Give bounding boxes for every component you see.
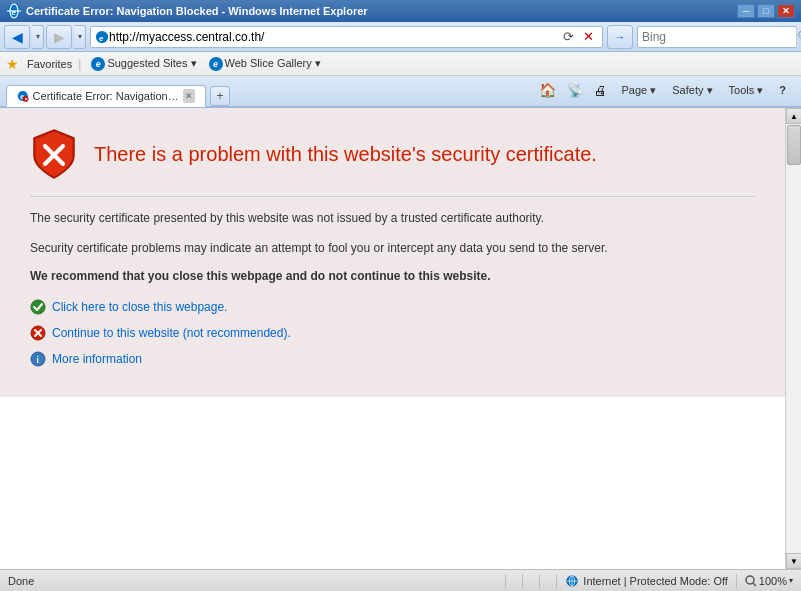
suggested-sites-button[interactable]: e Suggested Sites ▾ — [87, 56, 200, 72]
home-button[interactable]: 🏠 — [535, 78, 561, 102]
safety-button[interactable]: Safety ▾ — [665, 81, 719, 100]
address-bar: e ⟳ ✕ — [90, 26, 603, 48]
content-wrapper: There is a problem with this website's s… — [0, 108, 801, 569]
ie-title-icon: e — [6, 3, 22, 19]
tab-toolbar-row: e ✕ Certificate Error: Navigation Blocke… — [0, 76, 801, 108]
tab-close-button[interactable]: ✕ — [183, 89, 195, 103]
zone-text: Internet | Protected Mode: Off — [583, 575, 728, 587]
web-slice-gallery-button[interactable]: e Web Slice Gallery ▾ — [205, 56, 325, 72]
scroll-thumb[interactable] — [787, 125, 801, 165]
svg-point-22 — [746, 576, 754, 584]
status-div1 — [505, 574, 506, 588]
scrollbar-right: ▲ ▼ — [785, 108, 801, 569]
svg-text:✕: ✕ — [24, 96, 28, 102]
main-wrapper: ◀ ▾ ▶ ▾ e ⟳ ✕ → 🔍 ▾ ★ Favorites | e — [0, 22, 801, 591]
more-info-link[interactable]: i More information — [30, 351, 755, 367]
svg-line-23 — [753, 583, 756, 586]
scroll-up-button[interactable]: ▲ — [786, 108, 801, 124]
feeds-button[interactable]: 📡 — [563, 78, 587, 102]
web-slice-label: Web Slice Gallery ▾ — [225, 57, 321, 70]
scroll-track[interactable] — [786, 124, 801, 553]
error-header: There is a problem with this website's s… — [30, 128, 755, 180]
tab-cert-error[interactable]: e ✕ Certificate Error: Navigation Blocke… — [6, 85, 206, 107]
status-text: Done — [0, 575, 505, 587]
divider-1 — [30, 196, 755, 197]
red-x-small-icon — [30, 325, 46, 341]
new-tab-button[interactable]: + — [210, 86, 230, 106]
zoom-icon — [745, 575, 757, 587]
internet-zone-icon — [565, 574, 579, 588]
minimize-button[interactable]: ─ — [737, 4, 755, 18]
address-input[interactable] — [109, 30, 558, 44]
green-check-icon — [30, 299, 46, 315]
error-para2: Security certificate problems may indica… — [30, 239, 755, 257]
address-refresh-button[interactable]: ⟳ — [558, 27, 578, 47]
status-zone: Internet | Protected Mode: Off — [557, 574, 736, 588]
favorites-bar: ★ Favorites | e Suggested Sites ▾ e Web … — [0, 52, 801, 76]
status-div2 — [522, 574, 523, 588]
back-button[interactable]: ◀ — [4, 25, 30, 49]
content-area: There is a problem with this website's s… — [0, 108, 785, 397]
svg-text:i: i — [37, 355, 40, 365]
tab-error-icon: e ✕ — [17, 89, 29, 103]
forward-button[interactable]: ▶ — [46, 25, 72, 49]
title-bar-controls: ─ □ ✕ — [737, 4, 795, 18]
recommendation-text: We recommend that you close this webpage… — [30, 269, 755, 283]
fav-sep1: | — [78, 57, 81, 71]
favorites-label[interactable]: Favorites — [27, 58, 72, 70]
error-para1: The security certificate presented by th… — [30, 209, 755, 227]
suggested-sites-label: Suggested Sites ▾ — [107, 57, 196, 70]
tools-label: Tools ▾ — [729, 84, 764, 97]
tab-label: Certificate Error: Navigation Blocked — [33, 90, 180, 102]
zoom-text: 100% — [759, 575, 787, 587]
page-label: Page ▾ — [622, 84, 657, 97]
tools-button[interactable]: Tools ▾ — [722, 81, 771, 100]
status-bar: Done Internet | Protected Mode: Off — [0, 569, 801, 591]
restore-button[interactable]: □ — [757, 4, 775, 18]
svg-text:e: e — [12, 8, 17, 17]
shield-icon — [30, 128, 78, 180]
scroll-down-button[interactable]: ▼ — [786, 553, 801, 569]
safety-label: Safety ▾ — [672, 84, 712, 97]
close-button[interactable]: ✕ — [777, 4, 795, 18]
error-title: There is a problem with this website's s… — [94, 143, 597, 166]
address-ie-icon: e — [95, 30, 109, 44]
continue-link[interactable]: Continue to this website (not recommende… — [30, 325, 755, 341]
help-label: ? — [779, 84, 786, 96]
title-bar-text: Certificate Error: Navigation Blocked - … — [26, 5, 368, 17]
title-bar-left: e Certificate Error: Navigation Blocked … — [6, 3, 368, 19]
search-input[interactable] — [638, 30, 796, 44]
forward-dropdown[interactable]: ▾ — [74, 25, 86, 49]
go-button[interactable]: → — [607, 25, 633, 49]
favorites-star-icon: ★ — [6, 56, 19, 72]
print-button[interactable]: 🖨 — [589, 78, 613, 102]
info-circle-icon: i — [30, 351, 46, 367]
svg-text:e: e — [99, 33, 104, 42]
content-scroll: There is a problem with this website's s… — [0, 108, 785, 569]
status-zoom: 100% ▾ — [737, 575, 801, 587]
nav-bar: ◀ ▾ ▶ ▾ e ⟳ ✕ → 🔍 ▾ — [0, 22, 801, 52]
back-dropdown[interactable]: ▾ — [32, 25, 44, 49]
page-button[interactable]: Page ▾ — [615, 81, 664, 100]
tab-list: e ✕ Certificate Error: Navigation Blocke… — [0, 83, 236, 106]
status-div3 — [539, 574, 540, 588]
search-button[interactable]: 🔍 — [796, 27, 801, 47]
search-bar: 🔍 ▾ — [637, 26, 797, 48]
title-bar: e Certificate Error: Navigation Blocked … — [0, 0, 801, 22]
toolbar-right: 🏠 📡 🖨 Page ▾ Safety ▾ Tools ▾ ? — [527, 76, 801, 104]
close-webpage-link[interactable]: Click here to close this webpage. — [30, 299, 755, 315]
help-button[interactable]: ? — [772, 81, 793, 99]
zoom-dropdown[interactable]: ▾ — [789, 576, 793, 585]
address-stop-button[interactable]: ✕ — [578, 27, 598, 47]
suggested-sites-icon: e — [91, 57, 105, 71]
web-slice-icon: e — [209, 57, 223, 71]
